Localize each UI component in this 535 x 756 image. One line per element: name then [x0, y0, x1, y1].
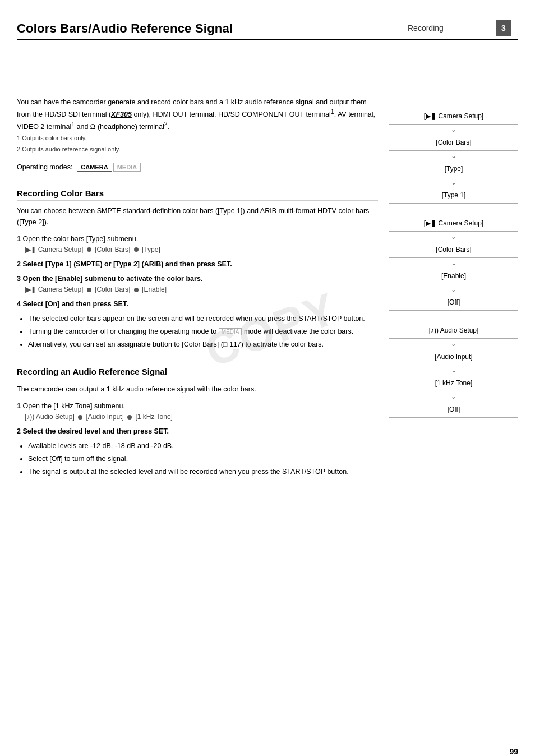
- arrow-1-1: ⌄: [389, 125, 518, 135]
- bullet-2-3: The signal is output at the selected lev…: [28, 466, 378, 477]
- arrow-3-2: ⌄: [389, 365, 518, 375]
- page-footer: 99: [509, 747, 518, 756]
- section-audio-heading: Recording an Audio Reference Signal: [17, 367, 378, 379]
- section-audio-reference: Recording an Audio Reference Signal The …: [17, 367, 378, 477]
- bullet-1-2: Turning the camcorder off or changing th…: [28, 326, 378, 337]
- step-1-3: 3 Open the [Enable] submenu to activate …: [17, 273, 378, 295]
- footnote-1: 1 Outputs color bars only.: [17, 133, 378, 144]
- step-1-3-text: Open the [Enable] submenu to activate th…: [22, 275, 202, 283]
- page-header: Colors Bars/Audio Reference Signal Recor…: [17, 17, 518, 40]
- arrow-3-1: ⌄: [389, 339, 518, 349]
- bullet-2-2: Select [Off] to turn off the signal.: [28, 453, 378, 464]
- side-menu-2-1: [▶❚ Camera Setup]: [389, 215, 518, 232]
- side-menu-3-2: [Audio Input]: [389, 349, 518, 365]
- side-menu-2-2: [Color Bars]: [389, 242, 518, 258]
- arrow-2-1: ⌄: [389, 232, 518, 242]
- side-panel: [▶❚ Camera Setup] ⌄ [Color Bars] ⌄ [Type…: [389, 40, 518, 494]
- arrow-3-3: ⌄: [389, 391, 518, 402]
- step-2-2-num: 2: [17, 427, 21, 435]
- step-1-1-path: [▶❚ Camera Setup] [Color Bars] [Type]: [25, 245, 378, 255]
- step-1-3-path: [▶❚ Camera Setup] [Color Bars] [Enable]: [25, 284, 378, 295]
- side-menu-2-4: [Off]: [389, 294, 518, 311]
- arrow-1-3: ⌄: [389, 177, 518, 187]
- side-menu-1-2: [Color Bars]: [389, 135, 518, 151]
- step-1-4-num: 4: [17, 300, 21, 308]
- step-1-2: 2 Select [Type 1] (SMPTE) or [Type 2] (A…: [17, 259, 378, 270]
- page-container: COPY Colors Bars/Audio Reference Signal …: [0, 17, 535, 756]
- page-number: 99: [509, 747, 518, 756]
- arrow-2-3: ⌄: [389, 284, 518, 294]
- header-page-number: 3: [496, 20, 511, 36]
- step-1-3-num: 3: [17, 275, 21, 283]
- step-2-2: 2 Select the desired level and then pres…: [17, 426, 378, 437]
- operating-modes-label: Operating modes:: [17, 163, 72, 171]
- arrow-1-2: ⌄: [389, 151, 518, 161]
- main-text: You can have the camcorder generate and …: [17, 40, 389, 494]
- side-menu-3-4: [Off]: [389, 402, 518, 418]
- side-menu-2-3: [Enable]: [389, 268, 518, 284]
- arrow-2-2: ⌄: [389, 258, 518, 268]
- side-menu-3-3: [1 kHz Tone]: [389, 375, 518, 391]
- side-menu-1-1: [▶❚ Camera Setup]: [389, 108, 518, 125]
- section-color-bars-heading: Recording Color Bars: [17, 188, 378, 201]
- side-menu-group-1: [▶❚ Camera Setup] ⌄ [Color Bars] ⌄ [Type…: [389, 108, 518, 204]
- footnote-2: 2 Outputs audio reference signal only.: [17, 145, 378, 155]
- content-area: You can have the camcorder generate and …: [17, 40, 518, 494]
- operating-modes: Operating modes: CAMERA MEDIA: [17, 163, 378, 172]
- media-badge-inline: MEDIA: [219, 328, 242, 335]
- header-section: Recording: [402, 24, 496, 33]
- step-1-2-num: 2: [17, 260, 21, 268]
- media-mode-badge: MEDIA: [113, 163, 141, 172]
- step-2-1-text: Open the [1 kHz Tone] submenu.: [22, 402, 125, 410]
- section-color-bars: Recording Color Bars You can choose betw…: [17, 188, 378, 350]
- section-color-bars-desc: You can choose between SMPTE standard-de…: [17, 205, 378, 228]
- bullet-1-1: The selected color bars appear on the sc…: [28, 313, 378, 324]
- step-1-4: 4 Select [On] and then press SET.: [17, 298, 378, 310]
- side-menu-group-3: [♪)) Audio Setup] ⌄ [Audio Input] ⌄ [1 k…: [389, 322, 518, 418]
- page-title-area: Colors Bars/Audio Reference Signal: [17, 17, 395, 39]
- section2-bullets: Available levels are -12 dB, -18 dB and …: [28, 440, 378, 477]
- step-2-1: 1 Open the [1 kHz Tone] submenu. [♪)) Au…: [17, 400, 378, 422]
- step-1-4-text: Select [On] and then press SET.: [22, 300, 128, 308]
- side-menu-3-1: [♪)) Audio Setup]: [389, 322, 518, 339]
- header-right: Recording 3: [395, 17, 518, 39]
- page-title: Colors Bars/Audio Reference Signal: [17, 21, 233, 35]
- side-menu-1-4: [Type 1]: [389, 187, 518, 204]
- intro-paragraph: You can have the camcorder generate and …: [17, 96, 378, 155]
- side-menu-1-3: [Type]: [389, 161, 518, 177]
- bullet-1-3: Alternatively, you can set an assignable…: [28, 339, 378, 350]
- step-2-1-num: 1: [17, 402, 21, 410]
- step-1-1-num: 1: [17, 235, 21, 243]
- xf305-model: XF305: [111, 110, 132, 118]
- step-2-1-path: [♪)) Audio Setup] [Audio Input] [1 kHz T…: [25, 412, 378, 422]
- bullet-2-1: Available levels are -12 dB, -18 dB and …: [28, 440, 378, 451]
- camera-mode-badge: CAMERA: [77, 163, 112, 172]
- step-2-2-text: Select the desired level and then press …: [22, 427, 169, 435]
- step-1-2-text: Select [Type 1] (SMPTE) or [Type 2] (ARI…: [22, 260, 232, 268]
- section1-bullets: The selected color bars appear on the sc…: [28, 313, 378, 350]
- section-audio-desc: The camcorder can output a 1 kHz audio r…: [17, 384, 378, 395]
- step-1-1-text: Open the color bars [Type] submenu.: [22, 235, 138, 243]
- side-menu-group-2: [▶❚ Camera Setup] ⌄ [Color Bars] ⌄ [Enab…: [389, 215, 518, 311]
- step-1-1: 1 Open the color bars [Type] submenu. [▶…: [17, 233, 378, 255]
